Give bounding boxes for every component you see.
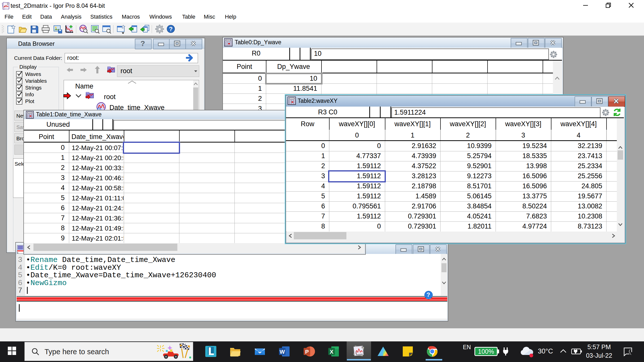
svg-text:X: X	[330, 349, 334, 355]
svg-text:P: P	[305, 349, 309, 355]
svg-text:W: W	[280, 349, 285, 355]
svg-text:8: 8	[361, 346, 363, 349]
svg-text:8: 8	[7, 3, 9, 6]
svg-text:?: ?	[169, 26, 173, 32]
